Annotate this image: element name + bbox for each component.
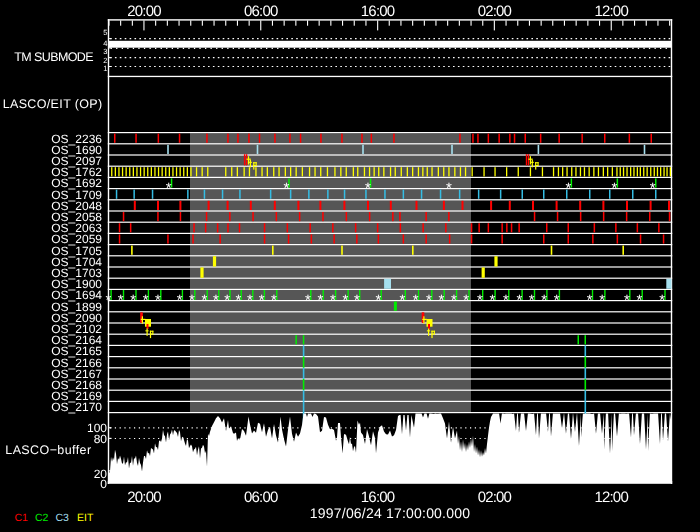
svg-text:*: * [463, 292, 469, 309]
svg-text:*: * [317, 292, 323, 309]
svg-text:*: * [259, 292, 265, 309]
svg-text:16:00: 16:00 [361, 3, 395, 20]
svg-text:*: * [330, 292, 336, 309]
svg-text:*: * [599, 292, 605, 309]
svg-text:*: * [105, 292, 111, 309]
svg-text:*: * [489, 292, 495, 309]
svg-text:06:00: 06:00 [244, 489, 278, 506]
svg-text:*: * [400, 292, 406, 309]
svg-text:80: 80 [94, 432, 108, 446]
svg-text:*: * [283, 180, 289, 197]
svg-text:*: * [624, 292, 630, 309]
svg-text:12:00: 12:00 [594, 3, 628, 20]
svg-text:*: * [213, 292, 219, 309]
svg-text:*: * [477, 292, 483, 309]
svg-text:*: * [650, 180, 656, 197]
svg-text:*: * [375, 292, 381, 309]
svg-text:*: * [155, 292, 161, 309]
svg-text:*: * [201, 292, 207, 309]
svg-text:*: * [271, 292, 277, 309]
svg-text:02:00: 02:00 [478, 489, 512, 506]
svg-text:*: * [143, 292, 149, 309]
svg-text:02:00: 02:00 [478, 3, 512, 20]
svg-text:*: * [413, 292, 419, 309]
svg-text:*: * [636, 292, 642, 309]
svg-text:*: * [516, 292, 522, 309]
svg-text:*: * [426, 292, 432, 309]
svg-text:1: 1 [103, 64, 107, 73]
svg-text:*: * [659, 292, 665, 309]
svg-text:LASCO/EIT (OP): LASCO/EIT (OP) [3, 97, 103, 111]
svg-text:16:00: 16:00 [361, 489, 395, 506]
svg-text:12:00: 12:00 [594, 489, 628, 506]
svg-text:EIT: EIT [77, 512, 94, 524]
svg-text:*: * [189, 292, 195, 309]
svg-text:0: 0 [100, 477, 107, 491]
svg-text:*: * [342, 292, 348, 309]
svg-text:5: 5 [103, 28, 107, 37]
svg-text:*: * [503, 292, 509, 309]
svg-text:C2: C2 [35, 512, 49, 524]
svg-text:LASCO−buffer: LASCO−buffer [5, 443, 91, 457]
svg-text:*: * [554, 292, 560, 309]
svg-text:*: * [130, 292, 136, 309]
svg-text:*: * [529, 292, 535, 309]
svg-text:06:00: 06:00 [244, 3, 278, 20]
svg-text:*: * [177, 292, 183, 309]
svg-text:20:00: 20:00 [127, 489, 161, 506]
svg-text:*: * [446, 180, 452, 197]
svg-text:*: * [305, 292, 311, 309]
svg-text:C1: C1 [15, 512, 29, 524]
svg-text:*: * [354, 292, 360, 309]
svg-text:*: * [451, 292, 457, 309]
svg-text:*: * [611, 180, 617, 197]
svg-text:*: * [438, 292, 444, 309]
svg-text:*: * [247, 292, 253, 309]
svg-text:20:00: 20:00 [127, 3, 161, 20]
svg-text:3: 3 [103, 47, 107, 56]
svg-text:*: * [587, 292, 593, 309]
svg-text:*: * [224, 292, 230, 309]
svg-text:C3: C3 [56, 512, 70, 524]
svg-text:*: * [118, 292, 124, 309]
svg-text:*: * [541, 292, 547, 309]
svg-text:1997/06/24 17:00:00.000: 1997/06/24 17:00:00.000 [310, 505, 470, 521]
svg-text:*: * [235, 292, 241, 309]
svg-text:*: * [166, 180, 172, 197]
svg-text:OS_2170: OS_2170 [51, 400, 102, 414]
svg-text:TM SUBMODE: TM SUBMODE [14, 50, 93, 64]
